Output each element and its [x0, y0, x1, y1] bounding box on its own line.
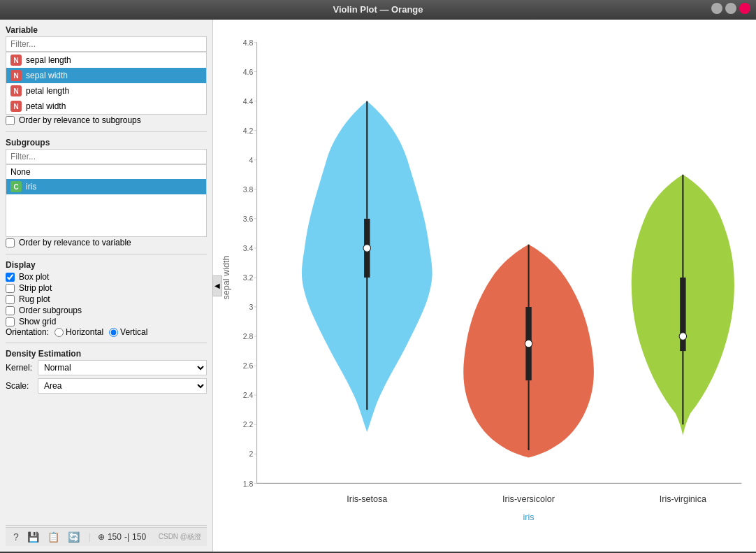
density-section-label: Density Estimation	[6, 349, 207, 359]
svg-text:2: 2	[249, 450, 253, 459]
subgroups-filter-input[interactable]	[6, 149, 207, 164]
order-by-variable-checkbox[interactable]	[6, 238, 15, 247]
kernel-row: Kernel: Normal Epanechnikov Biweight Cos…	[6, 360, 207, 375]
show-grid-label: Show grid	[19, 317, 56, 326]
scale-label: Scale:	[6, 381, 34, 391]
orientation-vertical-option[interactable]: Vertical	[109, 327, 147, 337]
density-section: Density Estimation Kernel: Normal Epanec…	[6, 349, 207, 396]
svg-text:4.2: 4.2	[243, 127, 254, 135]
svg-text:4: 4	[249, 156, 253, 164]
orientation-horizontal-option[interactable]: Horizontal	[54, 327, 103, 337]
order-by-subgroups-checkbox-row[interactable]: Order by relevance to subgroups	[6, 115, 207, 126]
orientation-vertical-radio[interactable]	[109, 328, 118, 337]
order-subgroups-label: Order subgroups	[19, 306, 82, 315]
credits: CSDN @杨澄	[159, 532, 201, 542]
order-subgroups-row[interactable]: Order subgroups	[6, 305, 207, 316]
count-separator: -|	[124, 532, 129, 542]
sidebar: Variable N sepal length N sepal width N …	[0, 20, 213, 552]
y-axis-ticks: 1.8 2 2.2 2.4 2.6 2.8 3 3.2 3.4 3.6 3.8 …	[243, 38, 254, 488]
order-subgroups-checkbox[interactable]	[6, 306, 15, 315]
subgroup-label: iris	[26, 182, 36, 192]
legend-label: iris	[523, 512, 535, 522]
variable-list: N sepal length N sepal width N petal len…	[6, 52, 207, 115]
sidebar-bottom: ? 💾 📋 🔄 | ⊕ 150 -| 150 CSDN @杨澄	[6, 524, 207, 546]
subgroup-item-iris[interactable]: C iris	[6, 179, 206, 194]
orientation-row: Orientation: Horizontal Vertical	[6, 327, 207, 337]
y-axis-label: sepal width	[221, 255, 231, 299]
svg-text:3.4: 3.4	[243, 244, 254, 252]
violin-setosa	[302, 101, 432, 432]
svg-text:4.8: 4.8	[243, 38, 254, 47]
show-grid-checkbox[interactable]	[6, 317, 15, 326]
title-bar: Violin Plot — Orange	[0, 0, 756, 20]
subgroups-section: Subgroups None C iris Order by relevance…	[6, 138, 207, 248]
variable-label: sepal width	[26, 71, 68, 80]
strip-plot-label: Strip plot	[19, 283, 52, 293]
main-container: Variable N sepal length N sepal width N …	[0, 20, 756, 552]
variable-item-petal-width[interactable]: N petal width	[6, 99, 206, 114]
median-setosa	[363, 245, 371, 252]
arrow-in-icon: ⊕	[98, 532, 105, 542]
scale-row: Scale: Area Count Width	[6, 378, 207, 394]
variable-filter-input[interactable]	[6, 36, 207, 52]
x-label-virginica: Iris-virginica	[660, 494, 707, 504]
variable-section: Variable N sepal length N sepal width N …	[6, 25, 207, 126]
svg-text:3.2: 3.2	[243, 273, 254, 282]
violin-virginica	[632, 175, 734, 436]
y-tick-lines	[254, 43, 256, 484]
svg-text:2.8: 2.8	[243, 332, 254, 340]
svg-text:3.6: 3.6	[243, 215, 254, 223]
variable-label: petal length	[26, 86, 69, 96]
bottom-bar: ? 💾 📋 🔄 | ⊕ 150 -| 150 CSDN @杨澄	[6, 527, 207, 546]
subgroups-list: None C iris	[6, 164, 207, 237]
box-plot-row[interactable]: Box plot	[6, 271, 207, 282]
strip-plot-row[interactable]: Strip plot	[6, 282, 207, 294]
show-grid-row[interactable]: Show grid	[6, 316, 207, 327]
subgroup-item-none[interactable]: None	[6, 165, 206, 179]
variable-item-petal-length[interactable]: N petal length	[6, 83, 206, 99]
save-icon[interactable]: 💾	[25, 531, 41, 543]
collapse-sidebar-button[interactable]: ◀	[212, 275, 222, 296]
window-title: Violin Plot — Orange	[333, 4, 423, 15]
type-badge-n: N	[10, 85, 22, 96]
variable-label: petal width	[26, 101, 66, 111]
x-label-setosa: Iris-setosa	[347, 494, 388, 504]
count-display: ⊕ 150 -| 150	[98, 532, 146, 542]
svg-text:2.2: 2.2	[243, 420, 254, 429]
count-in: 150	[108, 532, 122, 542]
svg-text:2.4: 2.4	[243, 391, 254, 399]
rug-plot-label: Rug plot	[19, 294, 50, 304]
svg-text:1.8: 1.8	[243, 480, 254, 488]
maximize-button[interactable]	[725, 3, 736, 14]
rug-plot-checkbox[interactable]	[6, 295, 15, 304]
svg-text:3.8: 3.8	[243, 185, 254, 194]
orientation-label: Orientation:	[6, 327, 49, 337]
chart-area: ◀ sepal width 1.8 2 2.2 2.4 2.6 2.8	[213, 20, 756, 552]
help-icon[interactable]: ?	[11, 531, 21, 543]
orientation-horizontal-radio[interactable]	[54, 328, 64, 337]
variable-item-sepal-length[interactable]: N sepal length	[6, 52, 206, 68]
copy-icon[interactable]: 📋	[45, 531, 61, 543]
order-by-subgroups-label: Order by relevance to subgroups	[19, 115, 141, 125]
variable-label: sepal length	[26, 55, 71, 65]
order-by-variable-checkbox-row[interactable]: Order by relevance to variable	[6, 237, 207, 248]
kernel-select[interactable]: Normal Epanechnikov Biweight Cosine	[38, 360, 207, 375]
refresh-icon[interactable]: 🔄	[66, 531, 82, 543]
box-plot-checkbox[interactable]	[6, 273, 15, 282]
chart-wrapper: sepal width 1.8 2 2.2 2.4 2.6 2.8 3 3.2	[213, 20, 756, 552]
variable-item-sepal-width[interactable]: N sepal width	[6, 68, 206, 83]
window-controls[interactable]	[711, 3, 750, 14]
type-badge-c: C	[10, 181, 22, 192]
count-out: 150	[132, 532, 146, 542]
minimize-button[interactable]	[711, 3, 722, 14]
variable-section-label: Variable	[6, 25, 207, 35]
close-button[interactable]	[739, 3, 750, 14]
rug-plot-row[interactable]: Rug plot	[6, 294, 207, 305]
strip-plot-checkbox[interactable]	[6, 284, 15, 293]
subgroups-section-label: Subgroups	[6, 138, 207, 148]
scale-select[interactable]: Area Count Width	[38, 378, 207, 394]
svg-text:2.6: 2.6	[243, 361, 254, 370]
kernel-label: Kernel:	[6, 363, 34, 373]
orientation-vertical-label: Vertical	[120, 327, 147, 337]
order-by-subgroups-checkbox[interactable]	[6, 116, 15, 125]
